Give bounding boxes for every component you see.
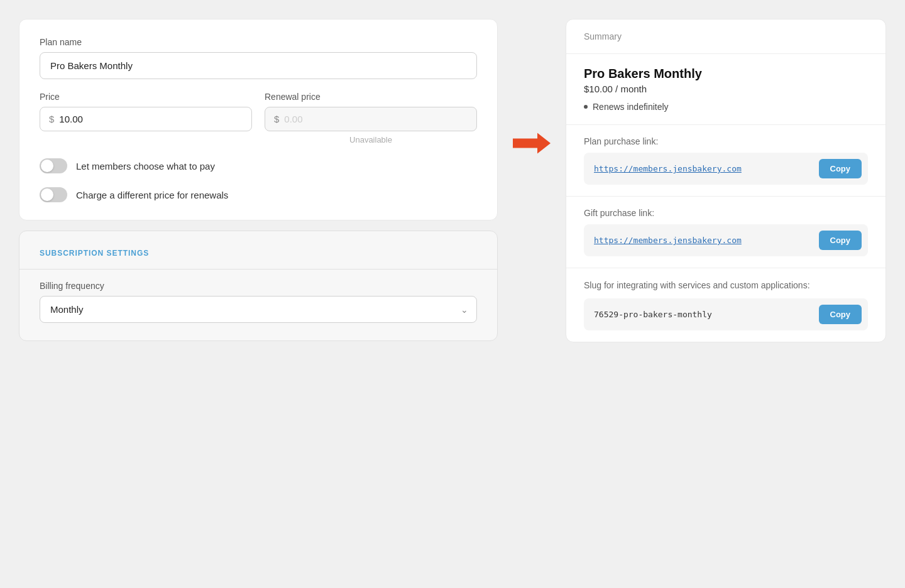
renewal-currency: $ xyxy=(274,114,279,124)
price-row: Price $ Renewal price $ Unavailable xyxy=(40,92,477,144)
slug-box: 76529-pro-bakers-monthly Copy xyxy=(584,298,868,330)
billing-frequency-select[interactable]: Monthly Yearly Weekly One-time xyxy=(40,296,477,323)
slug-label: Slug for integrating with services and c… xyxy=(584,280,868,292)
plan-purchase-link-box: https://members.jensbakery.com Copy xyxy=(584,153,868,185)
slug-value: 76529-pro-bakers-monthly xyxy=(594,310,814,319)
subscription-settings-card: SUBSCRIPTION SETTINGS Billing frequency … xyxy=(19,231,498,341)
summary-plan-title: Pro Bakers Monthly xyxy=(584,67,868,81)
renewal-price-field: Renewal price $ Unavailable xyxy=(265,92,477,144)
summary-label: Summary xyxy=(584,31,622,41)
renews-text: Renews indefinitely xyxy=(593,102,669,112)
renewal-price-label: Renewal price xyxy=(265,92,477,102)
plan-purchase-link-label: Plan purchase link: xyxy=(584,136,868,146)
price-input-wrapper: $ xyxy=(40,107,252,131)
arrow-area xyxy=(513,19,551,155)
plan-purchase-link-text: https://members.jensbakery.com xyxy=(594,164,814,173)
divider xyxy=(19,269,497,270)
slug-section: Slug for integrating with services and c… xyxy=(566,268,886,342)
right-panel: Summary Pro Bakers Monthly $10.00 / mont… xyxy=(566,19,886,342)
price-currency: $ xyxy=(49,114,54,124)
renewal-price-input-wrapper: $ xyxy=(265,107,477,131)
plan-name-input[interactable] xyxy=(40,52,477,79)
gift-purchase-link-text: https://members.jensbakery.com xyxy=(594,236,814,245)
summary-header: Summary xyxy=(566,19,886,54)
svg-marker-0 xyxy=(513,133,551,154)
gift-purchase-link-box: https://members.jensbakery.com Copy xyxy=(584,224,868,256)
billing-frequency-label: Billing frequency xyxy=(40,281,477,291)
gift-purchase-link-label: Gift purchase link: xyxy=(584,208,868,218)
renews-item: Renews indefinitely xyxy=(584,102,868,112)
arrow-icon xyxy=(513,132,551,155)
unavailable-label: Unavailable xyxy=(265,135,477,144)
plan-purchase-link-section: Plan purchase link: https://members.jens… xyxy=(566,125,886,197)
price-input[interactable] xyxy=(59,114,243,124)
toggle-row-1: Let members choose what to pay xyxy=(40,158,477,173)
renewal-price-input xyxy=(284,114,468,124)
gift-purchase-copy-button[interactable]: Copy xyxy=(819,231,862,250)
price-field: Price $ xyxy=(40,92,252,144)
bullet-icon xyxy=(584,105,588,109)
plan-name-label: Plan name xyxy=(40,37,477,47)
plan-purchase-copy-button[interactable]: Copy xyxy=(819,159,862,178)
price-label: Price xyxy=(40,92,252,102)
toggle-row-2: Charge a different price for renewals xyxy=(40,187,477,202)
left-panel: Plan name Price $ Renewal price $ xyxy=(19,19,498,341)
summary-plan-price: $10.00 / month xyxy=(584,84,868,94)
members-choose-label: Let members choose what to pay xyxy=(76,161,215,172)
billing-frequency-select-wrapper: Monthly Yearly Weekly One-time ⌄ xyxy=(40,296,477,323)
gift-purchase-link-section: Gift purchase link: https://members.jens… xyxy=(566,197,886,268)
renewal-price-toggle[interactable] xyxy=(40,187,67,202)
members-choose-toggle[interactable] xyxy=(40,158,67,173)
page-wrapper: Plan name Price $ Renewal price $ xyxy=(19,19,886,342)
slug-copy-button[interactable]: Copy xyxy=(819,305,862,324)
plan-card: Plan name Price $ Renewal price $ xyxy=(19,19,498,220)
subscription-settings-title: SUBSCRIPTION SETTINGS xyxy=(40,249,477,258)
summary-section: Pro Bakers Monthly $10.00 / month Renews… xyxy=(566,54,886,125)
renewal-price-label-text: Charge a different price for renewals xyxy=(76,190,228,200)
